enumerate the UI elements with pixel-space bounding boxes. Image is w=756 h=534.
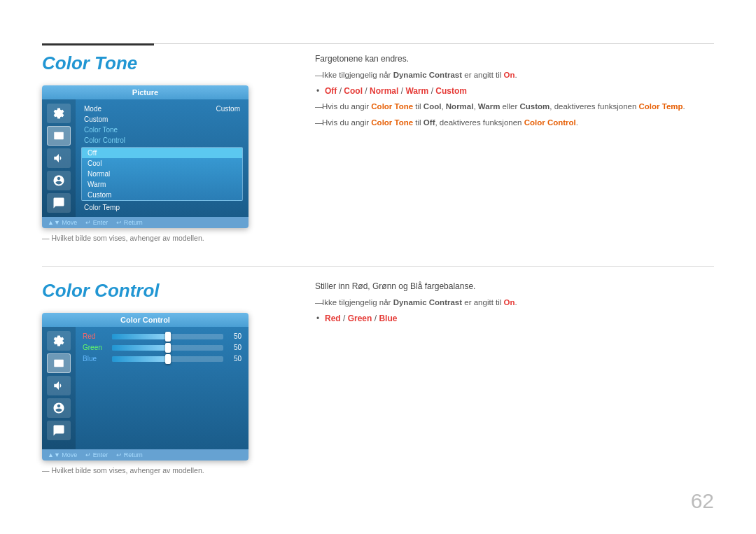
- screen-footer: ▲▼ Move ↵ Enter ↩ Return: [42, 217, 248, 228]
- dropdown-custom: Custom: [82, 190, 242, 200]
- color-control-description: Stiller inn Rød, Grønn og Blå fargebalan…: [315, 280, 714, 325]
- screen-content: ModeCustom Custom Color Tone Color Contr…: [76, 99, 248, 217]
- footer-return: ↩ Return: [116, 219, 143, 226]
- cc-sidebar-icon-4: [47, 398, 71, 418]
- cc-screen-footer: ▲▼ Move ↵ Enter ↩ Return: [42, 449, 248, 461]
- cc-bar-blue-bg: [112, 356, 223, 362]
- svg-rect-1: [54, 132, 64, 140]
- color-tone-note3: Hvis du angir Color Tone til Off, deakti…: [315, 117, 714, 129]
- color-control-section: Color Control Color Control: [42, 280, 714, 497]
- cc-sidebar-icon-2: [47, 353, 71, 373]
- cc-value-green: 50: [227, 344, 241, 351]
- note1-suffix: er angitt til: [462, 71, 503, 79]
- color-control-title: Color Control: [42, 280, 287, 302]
- color-tone-description: Fargetonene kan endres. Ikke tilgjengeli…: [315, 52, 714, 129]
- note2-colortone: Color Tone: [371, 102, 413, 111]
- menu-item-colortone: Color Tone: [81, 125, 243, 135]
- sidebar-icon-2-active: [47, 126, 71, 146]
- cc-row-green: Green 50: [83, 344, 241, 351]
- section-divider: [42, 266, 714, 267]
- cc-value-blue: 50: [227, 355, 241, 363]
- cc-footer-enter: ↵ Enter: [85, 451, 108, 458]
- screen-body: ModeCustom Custom Color Tone Color Contr…: [42, 99, 248, 217]
- menu-item-custom: Custom: [81, 114, 243, 125]
- cc-bar-blue-handle: [165, 354, 171, 364]
- cc-label-blue: Blue: [83, 355, 108, 363]
- cc-bullet: Red / Green / Blue: [315, 312, 714, 325]
- cc-sidebar-icon-5: [47, 421, 71, 440]
- cc-sidebar-icon-1: [47, 331, 71, 351]
- note2-prefix: Hvis du angir: [322, 102, 371, 111]
- cc-row-red: Red 50: [83, 332, 241, 340]
- sidebar-icon-4: [47, 171, 71, 190]
- color-tone-bullet: Off / Cool / Normal / Warm / Custom: [315, 85, 714, 97]
- color-tone-section: Color Tone Picture: [42, 52, 714, 269]
- menu-item-colortemp: Color Temp: [81, 202, 243, 213]
- screen-header-picture: Picture: [42, 85, 248, 99]
- cc-value-red: 50: [227, 332, 241, 340]
- dropdown-warm: Warm: [82, 179, 242, 190]
- color-tone-note1: Ikke tilgjengelig når Dynamic Contrast e…: [315, 69, 714, 81]
- dropdown-normal: Normal: [82, 169, 242, 179]
- bullet-cool: Cool: [344, 86, 363, 96]
- cc-screen-sidebar: [42, 327, 76, 449]
- cc-screen-header: Color Control: [42, 313, 248, 327]
- color-tone-intro: Fargetonene kan endres.: [315, 52, 714, 65]
- note1-prefix: Ikke tilgjengelig når: [322, 71, 393, 79]
- color-control-caption: — Hvilket bilde som vises, avhenger av m…: [42, 466, 287, 475]
- bullet-off: Off: [325, 86, 337, 96]
- bullet-custom: Custom: [435, 86, 467, 96]
- cc-bar-green-handle: [165, 343, 171, 353]
- cc-footer-move: ▲▼ Move: [48, 451, 77, 458]
- cc-bar-red-fill: [112, 334, 168, 339]
- cc-bar-green-fill: [112, 345, 168, 351]
- screen-sidebar: [42, 99, 76, 217]
- cc-intro: Stiller inn Rød, Grønn og Blå fargebalan…: [315, 280, 714, 293]
- color-tone-note2: Hvis du angir Color Tone til Cool, Norma…: [315, 101, 714, 113]
- cc-footer-return: ↩ Return: [116, 451, 143, 458]
- dropdown-off: Off: [82, 148, 242, 158]
- dropdown-cool: Cool: [82, 158, 242, 169]
- svg-rect-3: [54, 360, 64, 367]
- cc-label-green: Green: [83, 344, 108, 351]
- cc-bullet-red: Red: [325, 314, 341, 323]
- colortone-dropdown: Off Cool Normal Warm Custom: [81, 147, 243, 201]
- page-number: 62: [691, 489, 714, 513]
- color-tone-left-col: Color Tone Picture: [42, 52, 287, 242]
- menu-item-mode: ModeCustom: [81, 104, 243, 114]
- bullet-warm: Warm: [405, 86, 428, 96]
- sidebar-icon-1: [47, 104, 71, 123]
- footer-enter: ↵ Enter: [85, 219, 108, 226]
- cc-bullet-green: Green: [348, 314, 372, 323]
- color-tone-title: Color Tone: [42, 52, 287, 74]
- cc-label-red: Red: [83, 332, 108, 340]
- bullet-normal: Normal: [370, 86, 398, 96]
- cc-bar-blue-fill: [112, 356, 168, 362]
- cc-bar-red-handle: [165, 332, 171, 342]
- note1-on: On: [504, 71, 515, 79]
- color-control-left-col: Color Control Color Control: [42, 280, 287, 475]
- sidebar-icon-3: [47, 148, 71, 168]
- cc-row-blue: Blue 50: [83, 355, 241, 363]
- color-control-screen: Color Control: [42, 313, 248, 461]
- cc-screen-body: Red 50 Green: [42, 327, 248, 449]
- cc-bar-green-bg: [112, 345, 223, 351]
- cc-sidebar-icon-3: [47, 376, 71, 395]
- footer-move: ▲▼ Move: [48, 219, 77, 226]
- sidebar-icon-5: [47, 193, 71, 213]
- cc-note1: Ikke tilgjengelig når Dynamic Contrast e…: [315, 297, 714, 309]
- cc-bar-red-bg: [112, 334, 223, 339]
- color-tone-caption: — Hvilket bilde som vises, avhenger av m…: [42, 234, 287, 242]
- menu-item-colorcontrol: Color Control: [81, 135, 243, 146]
- color-tone-screen: Picture: [42, 85, 248, 228]
- note1-bold: Dynamic Contrast: [393, 71, 462, 79]
- cc-content: Red 50 Green: [76, 327, 248, 449]
- cc-bullet-blue: Blue: [379, 314, 397, 323]
